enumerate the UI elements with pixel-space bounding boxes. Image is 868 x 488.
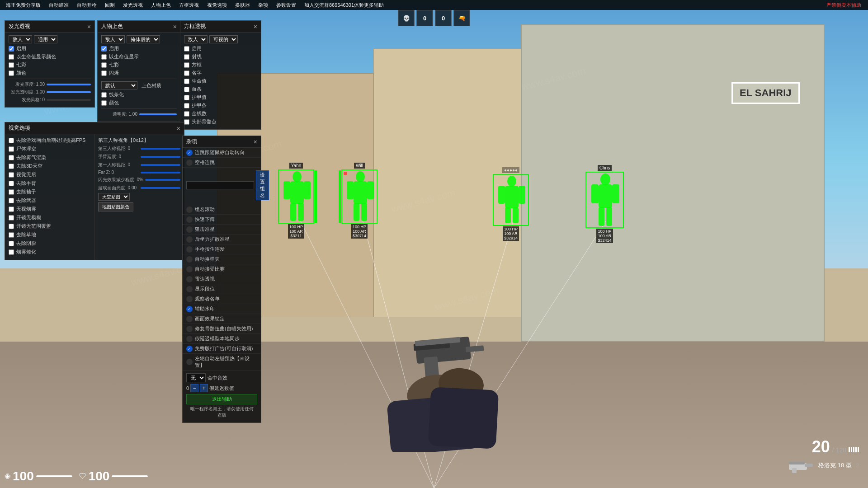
box-headbone-checkbox[interactable] (184, 119, 189, 125)
visual-cb-7[interactable] (9, 198, 14, 203)
misc-effect-select[interactable]: 无 (186, 373, 206, 382)
box-armorbar-row: 护甲条 (184, 102, 257, 109)
pc-health-label: 以生命值显示 (109, 53, 139, 60)
glow-style-track[interactable] (47, 99, 91, 101)
visual-flash-slider[interactable] (145, 179, 180, 181)
player-color-close[interactable]: × (173, 23, 177, 30)
menu-item-title[interactable]: 海王免费分享版 (2, 1, 44, 9)
misc-item-5[interactable]: 后坐力扩散准星 (183, 235, 261, 244)
misc-setgroup-btn[interactable]: 设置组名 (256, 170, 269, 200)
misc-panel-close[interactable]: × (254, 139, 257, 145)
misc-item-14[interactable]: 修复骨骼扭曲(自瞄失效用) (183, 324, 261, 334)
pc-colorize-checkbox[interactable] (101, 92, 107, 98)
glow-color-checkbox[interactable] (9, 70, 14, 76)
pc-health-checkbox[interactable] (101, 54, 107, 60)
menu-item-group[interactable]: 加入交流群869546301体验更多辅助 (301, 1, 387, 9)
box-enemy-select[interactable]: 敌人 (184, 35, 208, 43)
box-aimline-checkbox[interactable] (184, 54, 189, 60)
misc-item-13[interactable]: 画面效果锁定 (183, 314, 261, 324)
box-armorbar-checkbox[interactable] (184, 103, 189, 108)
misc-item-8[interactable]: 自动接受比赛 (183, 264, 261, 274)
misc-item-10[interactable]: 显示段位 (183, 284, 261, 294)
misc-item-16[interactable]: ✓ 免费版打广告(可自行取消) (183, 344, 261, 354)
misc-item-11[interactable]: 观察者名单 (183, 294, 261, 304)
pc-flash-checkbox[interactable] (101, 70, 107, 76)
pc-enemy-select[interactable]: 敌人 (101, 35, 125, 43)
menu-item-visual[interactable]: 视觉选项 (203, 1, 231, 9)
visual-cb-4[interactable] (9, 172, 14, 178)
box-health-checkbox[interactable] (184, 79, 189, 84)
misc-group-text[interactable] (186, 181, 254, 189)
misc-item-9[interactable]: 雷达透视 (183, 274, 261, 284)
visual-arm-slider[interactable] (141, 156, 180, 158)
visual-cb-1[interactable] (9, 146, 14, 152)
misc-stepper-plus[interactable]: + (200, 384, 208, 392)
misc-exit-btn[interactable]: 退出辅助 (186, 394, 257, 404)
visual-cb-9[interactable] (9, 215, 14, 221)
pc-opacity-track[interactable] (139, 113, 177, 115)
visual-cb-2[interactable] (9, 155, 14, 160)
svg-rect-39 (792, 468, 797, 473)
pc-default-select[interactable]: 默认 (101, 81, 137, 89)
misc-item-2[interactable]: 组名滚动 (183, 205, 261, 215)
menu-item-backtrack[interactable]: 回测 (101, 1, 118, 9)
misc-item-15[interactable]: 假延迟模型本地同步 (183, 334, 261, 344)
menu-item-box[interactable]: 方框透视 (175, 1, 203, 9)
misc-item-17[interactable]: 左轮自动左键预热【未设置】 (183, 354, 261, 371)
misc-item-6[interactable]: 手枪按住连发 (183, 244, 261, 254)
menu-item-misc[interactable]: 杂项 (255, 1, 272, 9)
box-box-checkbox[interactable] (184, 62, 189, 68)
visual-brightness-slider[interactable] (141, 187, 180, 189)
pc-enable-checkbox[interactable] (101, 46, 107, 52)
visual-sky-select[interactable]: 天空贴图 (98, 193, 130, 201)
box-panel-close[interactable]: × (254, 23, 257, 30)
visual-cb-13[interactable] (9, 249, 14, 255)
misc-stepper-minus[interactable]: − (190, 384, 198, 392)
pc-mode-select[interactable]: 掩体后的 (127, 35, 160, 43)
glow-health-color-checkbox[interactable] (9, 54, 14, 60)
glow-enemy-select[interactable]: 敌人 (9, 35, 32, 43)
visual-cb-5[interactable] (9, 181, 14, 186)
visual-panel-close[interactable]: × (177, 125, 180, 131)
menu-item-params[interactable]: 参数设置 (273, 1, 300, 9)
box-money-checkbox[interactable] (184, 111, 189, 117)
pc-seven-checkbox[interactable] (101, 62, 107, 68)
glow-mode-select[interactable]: 通用 (34, 35, 57, 43)
misc-item-4[interactable]: 狙击准星 (183, 225, 261, 235)
misc-item-1[interactable]: 空格连跳 (183, 158, 261, 168)
visual-farz-slider[interactable] (141, 172, 180, 174)
pc-color2-checkbox[interactable] (101, 100, 107, 106)
glow-panel-close[interactable]: × (87, 23, 91, 30)
glow-enable-checkbox[interactable] (9, 46, 14, 52)
misc-item-7[interactable]: 自动换弹夹 (183, 254, 261, 264)
box-mode-select[interactable]: 可视的 (209, 35, 238, 43)
misc-item-0[interactable]: ✓ 连跳跟随鼠标自动转向 (183, 148, 261, 158)
visual-cb-11[interactable] (9, 232, 14, 238)
misc-delay-label: 假延迟数值 (209, 385, 234, 392)
glow-seven-color-checkbox[interactable] (9, 62, 14, 68)
menu-item-skin[interactable]: 换肤器 (231, 1, 254, 9)
visual-map-color-btn[interactable]: 地图贴图颜色 (98, 202, 133, 211)
visual-first-fov-slider[interactable] (141, 164, 180, 166)
visual-cb-0[interactable] (9, 138, 14, 143)
misc-item-3[interactable]: 快速下蹲 (183, 215, 261, 225)
misc-item-12[interactable]: ✓ 辅助水印 (183, 304, 261, 314)
glow-thickness-track[interactable] (47, 84, 91, 85)
box-headbone-label: 头部骨骼点 (192, 118, 217, 125)
menu-item-glow[interactable]: 发光透视 (119, 1, 146, 9)
menu-item-auto-shoot[interactable]: 自动开枪 (73, 1, 100, 9)
visual-third-dist-slider[interactable] (141, 148, 180, 150)
box-name-checkbox[interactable] (184, 70, 189, 76)
box-enable-checkbox[interactable] (184, 46, 189, 52)
menu-item-auto-aim[interactable]: 自动瞄准 (45, 1, 72, 9)
glow-opacity-track[interactable] (47, 91, 91, 93)
visual-cb-3[interactable] (9, 164, 14, 169)
visual-cb-12[interactable] (9, 241, 14, 246)
weapon-hands-svg (298, 294, 570, 452)
box-blood-checkbox[interactable] (184, 87, 189, 92)
visual-cb-10[interactable] (9, 224, 14, 229)
visual-cb-6[interactable] (9, 189, 14, 195)
box-armor-checkbox[interactable] (184, 95, 189, 100)
visual-cb-8[interactable] (9, 206, 14, 212)
menu-item-player-color[interactable]: 人物上色 (147, 1, 175, 9)
